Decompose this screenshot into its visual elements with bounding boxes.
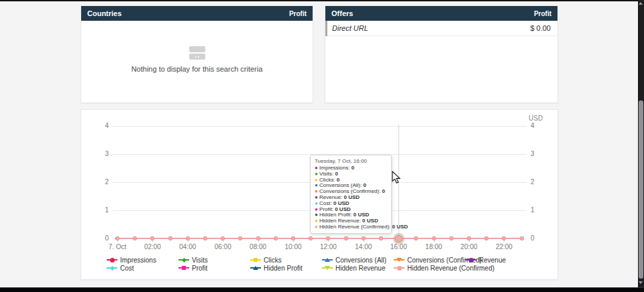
impressions-legend-marker-icon [107, 257, 117, 263]
data-point-marker[interactable] [362, 236, 366, 240]
data-point-marker[interactable] [256, 236, 260, 240]
legend-item-label: Hidden Profit [264, 265, 303, 272]
tooltip-bullet-icon: ● [315, 206, 319, 212]
x-axis-label: 7. Oct [100, 243, 135, 250]
hidden-revenue-legend-marker-icon [322, 265, 333, 271]
legend-symbol [254, 258, 258, 262]
mouse-cursor-icon [392, 171, 401, 187]
legend-item[interactable]: Conversions (All) [322, 257, 386, 263]
countries-profit-column-header[interactable]: Profit [289, 10, 307, 17]
legend-symbol [109, 265, 114, 270]
data-point-marker[interactable] [186, 236, 190, 240]
offers-panel: Offers Profit Direct URL $ 0.00 [325, 5, 558, 103]
y-axis-label-left: 4 [81, 122, 109, 130]
legend-item[interactable]: Revenue [466, 257, 506, 263]
series-line-zero [115, 238, 524, 239]
data-point-marker[interactable] [203, 236, 207, 240]
legend-item[interactable]: Visits [178, 257, 208, 263]
tooltip-bullet-icon: ● [315, 194, 319, 200]
data-point-marker[interactable] [432, 236, 436, 240]
window-bottom-bar [0, 287, 644, 292]
offer-row-direct-url[interactable]: Direct URL $ 0.00 [325, 21, 557, 36]
legend-item[interactable]: Hidden Profit [250, 265, 303, 271]
data-point-marker[interactable] [274, 236, 278, 240]
scrollbar-down-arrow-icon[interactable] [639, 281, 643, 284]
data-point-marker[interactable] [168, 236, 172, 240]
scrollbar-thumb[interactable] [639, 100, 643, 279]
y-axis-label-left: 0 [81, 234, 109, 242]
x-axis-label: 02:00 [135, 243, 170, 250]
x-axis-label: 12:00 [311, 243, 345, 250]
legend-item-label: Clicks [264, 257, 282, 264]
data-point-marker[interactable] [414, 236, 418, 240]
y-axis-label-right: 0 [531, 234, 551, 242]
data-point-marker[interactable] [150, 236, 154, 240]
x-axis-label: 18:00 [417, 243, 451, 250]
x-axis-label: 16:00 [381, 243, 416, 250]
data-point-marker[interactable] [291, 236, 295, 240]
offers-panel-title: Offers [331, 9, 353, 17]
legend-item[interactable]: Cost [107, 265, 134, 271]
data-point-marker[interactable] [449, 236, 453, 240]
data-point-marker[interactable] [221, 236, 225, 240]
tooltip-value: 0 [352, 165, 354, 171]
legend-item[interactable]: Hidden Revenue (Confirmed) [394, 265, 494, 271]
data-point-marker[interactable] [238, 236, 242, 240]
tooltip-value: 0 USD [335, 206, 351, 212]
tooltip-value: 0 [337, 177, 339, 183]
legend-symbol [325, 258, 330, 262]
conversions-all--legend-marker-icon [322, 257, 333, 263]
offers-list: Direct URL $ 0.00 [325, 21, 557, 102]
cost-legend-marker-icon [107, 265, 117, 271]
data-point-marker[interactable] [133, 236, 137, 240]
tooltip-bullet-icon: ● [315, 165, 319, 171]
tooltip-bullet-icon: ● [315, 212, 319, 218]
tooltip-rows: ● Impressions: 0● Visits: 0● Clicks: 0● … [315, 165, 387, 230]
offers-profit-column-header[interactable]: Profit [534, 10, 551, 17]
y-axis-label-right: 2 [531, 178, 551, 186]
clicks-legend-marker-icon [250, 257, 261, 263]
data-point-marker[interactable] [115, 236, 119, 240]
tooltip-title: Tuesday, 7 Oct, 16:00 [315, 158, 387, 164]
chart-panel: 4433221100USD7. Oct02:0004:0006:0008:001… [80, 109, 558, 280]
tooltip-value: 0 [363, 182, 366, 188]
scrollbar-up-arrow-icon[interactable] [639, 2, 643, 5]
legend-item-label: Revenue [479, 257, 506, 264]
tooltip-bullet-icon: ● [315, 171, 319, 177]
offers-list-scrollbar[interactable] [325, 21, 327, 36]
x-axis-label: 20:00 [451, 243, 486, 250]
tooltip-value: 0 USD [354, 212, 370, 218]
countries-panel-header: Countries Profit [81, 6, 313, 21]
tooltip-value: 0 USD [333, 200, 350, 206]
y-axis-label-right: 4 [531, 122, 551, 130]
data-point-marker[interactable] [502, 236, 506, 240]
countries-panel: Countries Profit Nothing to display for … [80, 5, 313, 103]
legend-item[interactable]: Impressions [107, 257, 156, 263]
legend-symbol [181, 257, 186, 262]
countries-panel-title: Countries [87, 9, 121, 17]
data-point-marker[interactable] [467, 236, 471, 240]
y-axis-label-left: 1 [81, 206, 109, 214]
legend-item[interactable]: Hidden Revenue [322, 265, 386, 271]
right-axis-title: USD [529, 115, 543, 122]
offer-profit-value: $ 0.00 [530, 24, 551, 32]
data-point-marker[interactable] [309, 236, 313, 240]
data-point-marker[interactable] [326, 236, 330, 240]
legend-symbol [253, 266, 258, 270]
y-axis-label-right: 3 [531, 150, 551, 158]
legend-symbol [110, 258, 115, 263]
legend-symbol [469, 258, 474, 263]
hovered-data-point[interactable] [395, 235, 402, 242]
legend-item-label: Visits [192, 257, 208, 264]
data-point-marker[interactable] [520, 236, 524, 240]
legend-item[interactable]: Profit [178, 265, 207, 271]
legend-item[interactable]: Clicks [250, 257, 282, 263]
data-point-marker[interactable] [484, 236, 488, 240]
y-axis-label-left: 3 [81, 150, 109, 158]
x-axis-label: 08:00 [241, 243, 276, 250]
data-point-marker[interactable] [344, 236, 348, 240]
tooltip-bullet-icon: ● [315, 224, 319, 230]
data-point-marker[interactable] [379, 236, 383, 240]
window-scrollbar[interactable] [638, 0, 644, 287]
x-axis-label: 04:00 [170, 243, 205, 250]
